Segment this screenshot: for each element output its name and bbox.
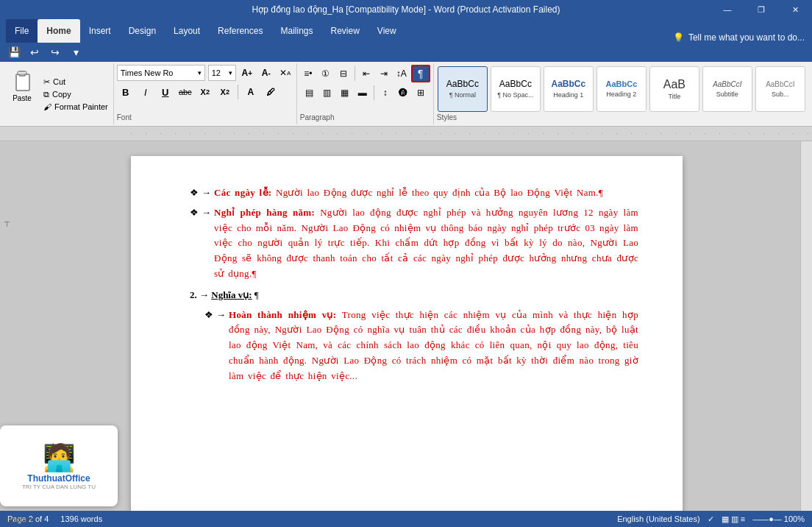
- strikethrough-button[interactable]: abc: [177, 83, 194, 101]
- align-center-btn[interactable]: ▥: [319, 85, 335, 101]
- paragraph-group: ≡• ① ⊟ ⇤ ⇥ ↕A ¶ ▤ ▥ ▦ ▬ ↕ 🅐 ⊞ Paragraph: [297, 63, 434, 124]
- logo-icon: 🧑‍💻: [43, 442, 76, 473]
- maximize-button[interactable]: ❐: [744, 0, 778, 19]
- align-right-btn[interactable]: ▦: [337, 85, 353, 101]
- cut-button[interactable]: ✂ Cut: [41, 77, 110, 88]
- paste-label: Paste: [13, 94, 32, 102]
- borders-btn[interactable]: ⊞: [413, 85, 429, 101]
- copy-button[interactable]: ⧉ Copy: [41, 89, 110, 100]
- decrease-font-btn[interactable]: A-: [258, 65, 274, 81]
- style-normal-preview: AaBbCc: [446, 79, 479, 89]
- page-info: Page 2 of 4: [7, 514, 49, 523]
- title-bar: Hợp đồng lao động_Ha [Compatibility Mode…: [0, 0, 812, 19]
- shading-btn[interactable]: 🅐: [395, 85, 411, 101]
- view-modes: ▦ ▥ ≡: [722, 514, 746, 524]
- format-painter-button[interactable]: 🖌 Format Painter: [41, 102, 110, 112]
- tab-references[interactable]: References: [209, 19, 271, 43]
- tab-design[interactable]: Design: [120, 19, 165, 43]
- style-sub-emphasis[interactable]: AaBbCcI Sub...: [755, 66, 805, 112]
- style-nospace-label: ¶ No Spac...: [497, 91, 533, 99]
- numbering-btn[interactable]: ①: [318, 66, 334, 82]
- tab-layout[interactable]: Layout: [165, 19, 209, 43]
- tell-me-label: Tell me what you want to do...: [688, 32, 805, 43]
- multilevel-btn[interactable]: ⊟: [335, 66, 352, 82]
- styles-group: AaBbCc ¶ Normal AaBbCc ¶ No Spac... AaBb…: [434, 63, 809, 124]
- style-subtitle-preview: AaBbCcI: [713, 80, 741, 89]
- bullet-item-2: ❖ → Nghỉ phép hàng năm: Người lao động đ…: [190, 205, 638, 282]
- bullet-item-1: ❖ → Các ngày lễ: Người lao Động được ngh…: [190, 185, 638, 201]
- font-group-label: Font: [117, 113, 132, 121]
- bullet-text-3[interactable]: Hoàn thành nhiệm vụ: Trong việc thực hiệ…: [229, 308, 638, 384]
- document-area: ⊣ ❖ → Các ngày lễ: Người lao Động được n…: [0, 141, 812, 511]
- arrow-1: →: [202, 185, 211, 201]
- style-title-preview: AaB: [663, 77, 685, 91]
- style-normal[interactable]: AaBbCc ¶ Normal: [438, 66, 488, 112]
- zoom-slider[interactable]: ——●— 100%: [752, 514, 805, 523]
- svg-rect-2: [18, 71, 26, 74]
- bullets-btn[interactable]: ≡•: [300, 66, 316, 82]
- align-left-btn[interactable]: ▤: [302, 85, 318, 101]
- clear-format-btn[interactable]: ✕A: [277, 65, 293, 81]
- undo-btn[interactable]: ↩: [26, 44, 43, 60]
- bullet-item-3: ❖ → Hoàn thành nhiệm vụ: Trong việc thực…: [204, 308, 638, 384]
- tab-mailings[interactable]: Mailings: [271, 19, 321, 43]
- justify-btn[interactable]: ▬: [355, 85, 371, 101]
- tab-home[interactable]: Home: [38, 19, 79, 43]
- section-pilcrow: ¶: [254, 289, 259, 300]
- redo-btn[interactable]: ↪: [47, 44, 63, 60]
- lightbulb-icon: 💡: [673, 32, 684, 43]
- bullet-text-1[interactable]: Các ngày lễ: Người lao Động được nghỉ lễ…: [214, 185, 603, 201]
- minimize-button[interactable]: —: [710, 0, 744, 19]
- tab-file[interactable]: File: [6, 19, 38, 43]
- italic-button[interactable]: I: [137, 83, 154, 101]
- arrow-3: →: [216, 308, 226, 384]
- font-size-dropdown-icon: ▾: [229, 69, 232, 77]
- section-num: 2.: [190, 289, 197, 300]
- line-spacing-btn[interactable]: ↕: [377, 85, 393, 101]
- status-bar: Page 2 of 4 1396 words English (United S…: [0, 511, 812, 527]
- document-content: ❖ → Các ngày lễ: Người lao Động được ngh…: [190, 185, 638, 384]
- word-count: 1396 words: [60, 514, 102, 523]
- language-indicator[interactable]: English (United States): [617, 514, 700, 523]
- increase-indent-btn[interactable]: ⇥: [376, 66, 392, 82]
- subscript-button[interactable]: X2: [196, 83, 214, 101]
- tab-insert[interactable]: Insert: [80, 19, 120, 43]
- customize-quick-btn[interactable]: ▾: [68, 44, 84, 60]
- bold-button[interactable]: B: [117, 83, 135, 101]
- style-h1-preview: AaBbCc: [552, 79, 586, 89]
- close-button[interactable]: ✕: [778, 0, 812, 19]
- bullet-text-2[interactable]: Nghỉ phép hàng năm: Người lao động được …: [214, 205, 638, 282]
- tell-me-box[interactable]: 💡 Tell me what you want to do...: [673, 32, 812, 43]
- tab-view[interactable]: View: [368, 19, 405, 43]
- document-scroll[interactable]: ❖ → Các ngày lễ: Người lao Động được ngh…: [13, 141, 800, 511]
- sort-btn[interactable]: ↕A: [393, 66, 410, 82]
- paste-button[interactable]: Paste: [6, 66, 38, 104]
- save-quick-btn[interactable]: 💾: [6, 44, 22, 60]
- highlight-btn[interactable]: 🖊: [262, 83, 279, 101]
- tab-stop-indicator[interactable]: ⊣: [3, 221, 11, 227]
- increase-font-btn[interactable]: A+: [239, 65, 255, 81]
- section-title: Nghĩa vụ:: [211, 289, 252, 300]
- logo-tagline: TRI TY CUA DAN LUNG TU: [22, 484, 96, 490]
- para-div1: [355, 66, 355, 81]
- style-no-spacing[interactable]: AaBbCc ¶ No Spac...: [491, 66, 541, 112]
- vertical-scrollbar[interactable]: [800, 141, 812, 511]
- styles-group-label: Styles: [437, 113, 457, 121]
- tab-review[interactable]: Review: [321, 19, 368, 43]
- font-name-selector[interactable]: Times New Ro ▾: [117, 65, 205, 81]
- status-right: English (United States) ✓ ▦ ▥ ≡ ——●— 100…: [617, 514, 805, 524]
- show-formatting-btn[interactable]: ¶: [411, 65, 430, 82]
- style-subemph-label: Sub...: [772, 91, 789, 98]
- font-color-btn[interactable]: A: [242, 83, 260, 101]
- style-heading2[interactable]: AaBbCc Heading 2: [596, 66, 647, 112]
- section-2-header: 2. → Nghĩa vụ: ¶: [190, 288, 638, 303]
- diamond-bullet-1: ❖: [190, 185, 199, 201]
- decrease-indent-btn[interactable]: ⇤: [358, 66, 374, 82]
- underline-button[interactable]: U: [157, 83, 174, 101]
- style-title[interactable]: AaB Title: [649, 66, 699, 112]
- styles-list: AaBbCc ¶ Normal AaBbCc ¶ No Spac... AaBb…: [438, 65, 805, 113]
- superscript-button[interactable]: X2: [216, 83, 234, 101]
- style-subtitle[interactable]: AaBbCcI Subtitle: [702, 66, 752, 112]
- style-heading1[interactable]: AaBbCc Heading 1: [544, 66, 594, 112]
- font-size-selector[interactable]: 12 ▾: [208, 65, 236, 81]
